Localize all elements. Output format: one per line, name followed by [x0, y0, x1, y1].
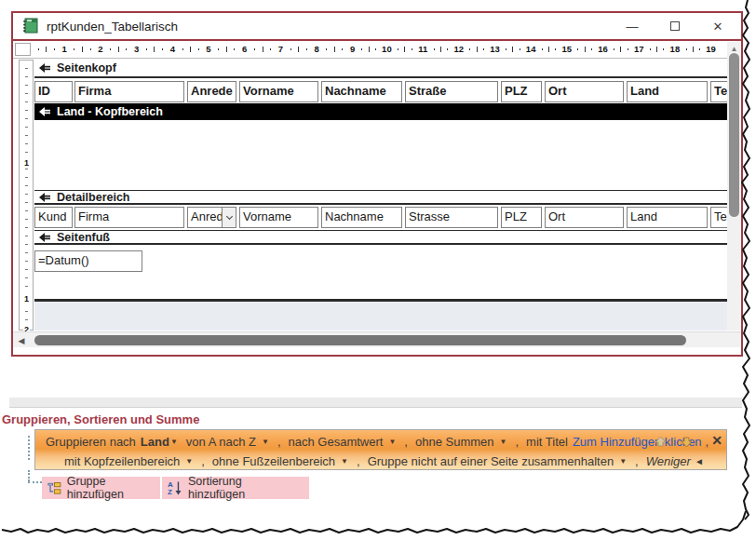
group-interval-dropdown[interactable]: nach Gesamtwert [289, 435, 384, 449]
minimize-button[interactable]: — [620, 17, 644, 35]
header-label-strasse[interactable]: Straße [405, 81, 498, 102]
section-bar-detail[interactable]: Detailbereich [34, 190, 727, 205]
group-bar-row1: Gruppieren nach Land▼ von A nach Z▼ , na… [46, 434, 716, 449]
section-arrow-icon [39, 107, 51, 116]
screenshot-stage: rptKunden_Tabellarisch — ✕ 1234567891011… [0, 0, 756, 540]
add-group-button[interactable]: Gruppe hinzufügen [42, 477, 160, 499]
header-section-dropdown[interactable]: mit Kopfzeilenbereich [64, 454, 180, 468]
detail-field-land[interactable]: Land [627, 207, 708, 228]
scroll-left-icon: ◀ [19, 336, 25, 345]
detail-field-telefon[interactable]: Te [710, 207, 727, 228]
detail-field-kundennr[interactable]: Kund [34, 207, 73, 228]
vertical-scrollbar-thumb[interactable] [729, 53, 739, 217]
separator-comma: , [404, 435, 408, 449]
header-label-ort[interactable]: Ort [545, 81, 624, 102]
maximize-button[interactable] [663, 17, 687, 35]
section-bar-page-footer[interactable]: Seitenfuß [34, 230, 727, 245]
detail-field-strasse[interactable]: Strasse [405, 207, 498, 228]
v-ruler-number: 1 [23, 157, 30, 169]
header-label-nachname[interactable]: Nachname [321, 81, 402, 102]
header-label-plz[interactable]: PLZ [501, 81, 542, 102]
add-group-icon [47, 481, 61, 495]
section-label: Detailbereich [57, 191, 130, 204]
vertical-scrollbar[interactable]: ▲ [727, 42, 741, 331]
separator-comma: , [201, 454, 205, 468]
sort-az-icon: A Z [168, 480, 182, 495]
footer-date-textbox[interactable]: =Datum() [34, 250, 142, 272]
keep-together-dropdown[interactable]: Gruppe nicht auf einer Seite zusammenhal… [368, 454, 614, 468]
detail-field-ort[interactable]: Ort [545, 207, 624, 228]
section-label: Land - Kopfbereich [57, 105, 163, 118]
header-label-firma[interactable]: Firma [74, 81, 184, 102]
footer-section-dropdown[interactable]: ohne Fußzeilenbereich [212, 454, 335, 468]
ruler-corner-box[interactable] [15, 43, 31, 56]
header-label-vorname[interactable]: Vorname [239, 81, 318, 102]
dropdown-arrow-icon[interactable]: ▼ [388, 438, 396, 446]
separator-comma: , [515, 435, 519, 449]
tree-dotted-line [28, 481, 42, 483]
add-group-label: Gruppe hinzufügen [67, 475, 153, 501]
header-label-anrede[interactable]: Anrede [187, 81, 236, 102]
separator-comma: , [635, 454, 639, 468]
add-sort-label: Sortierung hinzufügen [188, 475, 302, 501]
detail-field-anrede-combo[interactable]: Anred [187, 207, 236, 228]
report-design-window: rptKunden_Tabellarisch — ✕ 1234567891011… [11, 11, 743, 357]
combo-dropdown-button[interactable] [222, 208, 236, 227]
tree-dotted-line [28, 470, 30, 481]
pane-splitter-bar[interactable] [9, 398, 742, 408]
horizontal-ruler[interactable]: 12345678910111213141516171819 [13, 41, 727, 59]
section-label: Seitenfuß [57, 231, 110, 244]
window-titlebar: rptKunden_Tabellarisch — ✕ [13, 13, 741, 39]
add-sort-button[interactable]: A Z Sortierung hinzufügen [162, 477, 309, 499]
scroll-left-button[interactable]: ◀ [15, 334, 28, 346]
separator-comma: , [277, 435, 281, 449]
dropdown-arrow-icon[interactable]: ▼ [170, 438, 178, 446]
horizontal-scrollbar-thumb[interactable] [34, 335, 686, 345]
collapse-left-icon[interactable]: ◄ [695, 456, 704, 466]
header-label-land[interactable]: Land [627, 81, 708, 102]
design-surface: Seitenkopf ID Firma Anrede Vorname Nachn… [34, 59, 727, 331]
dropdown-arrow-icon[interactable]: ▼ [500, 438, 507, 446]
header-label-id[interactable]: ID [34, 81, 73, 102]
group-sort-pane-title: Gruppieren, Sortieren und Summe [2, 412, 199, 426]
dropdown-arrow-icon[interactable]: ▼ [262, 438, 269, 446]
detail-field-vorname[interactable]: Vorname [239, 207, 318, 228]
group-level-bar[interactable]: Gruppieren nach Land▼ von A nach Z▼ , na… [34, 429, 727, 470]
horizontal-scrollbar[interactable]: ◀ [13, 331, 741, 347]
section-label: Seitenkopf [57, 61, 116, 74]
with-title-label: mit Titel [526, 435, 568, 449]
close-x-icon: ✕ [711, 433, 722, 448]
scroll-up-icon: ▲ [731, 45, 738, 53]
detail-field-plz[interactable]: PLZ [501, 207, 542, 228]
move-group-up-button[interactable] [653, 435, 668, 452]
group-by-label: Gruppieren nach [46, 435, 136, 449]
delete-group-button[interactable]: ✕ [709, 432, 725, 449]
detail-field-firma[interactable]: Firma [74, 207, 184, 228]
header-label-telefon[interactable]: Te [710, 81, 727, 102]
group-bar-row2: mit Kopfzeilenbereich▼ , ohne Fußzeilenb… [64, 453, 704, 468]
detail-field-nachname[interactable]: Nachname [321, 207, 402, 228]
less-options-toggle[interactable]: Weniger [646, 454, 691, 468]
report-icon [22, 18, 38, 34]
sort-order-dropdown[interactable]: von A nach Z [186, 435, 256, 449]
window-title: rptKunden_Tabellarisch [47, 20, 178, 34]
section-bar-page-header[interactable]: Seitenkopf [34, 60, 727, 78]
group-field-dropdown[interactable]: Land [141, 435, 169, 449]
v-ruler-number: 1 [23, 293, 30, 304]
h-ruler-units: 12345678910111213141516171819 [34, 41, 727, 58]
svg-text:Z: Z [168, 488, 172, 495]
outside-report-area [34, 302, 727, 331]
close-button[interactable]: ✕ [706, 17, 730, 35]
tree-dotted-line [28, 436, 30, 460]
vertical-ruler[interactable]: 1 1 2 [19, 60, 34, 331]
dropdown-arrow-icon[interactable]: ▼ [185, 457, 193, 466]
move-group-down-button[interactable] [679, 435, 695, 452]
dropdown-arrow-icon[interactable]: ▼ [619, 457, 627, 466]
section-arrow-icon [39, 63, 51, 73]
section-bar-group-header-selected[interactable]: Land - Kopfbereich [34, 103, 727, 120]
section-arrow-icon [39, 193, 51, 202]
totals-dropdown[interactable]: ohne Summen [415, 435, 494, 449]
chevron-down-icon [225, 212, 232, 219]
separator-comma: , [357, 454, 360, 468]
dropdown-arrow-icon[interactable]: ▼ [341, 457, 348, 466]
